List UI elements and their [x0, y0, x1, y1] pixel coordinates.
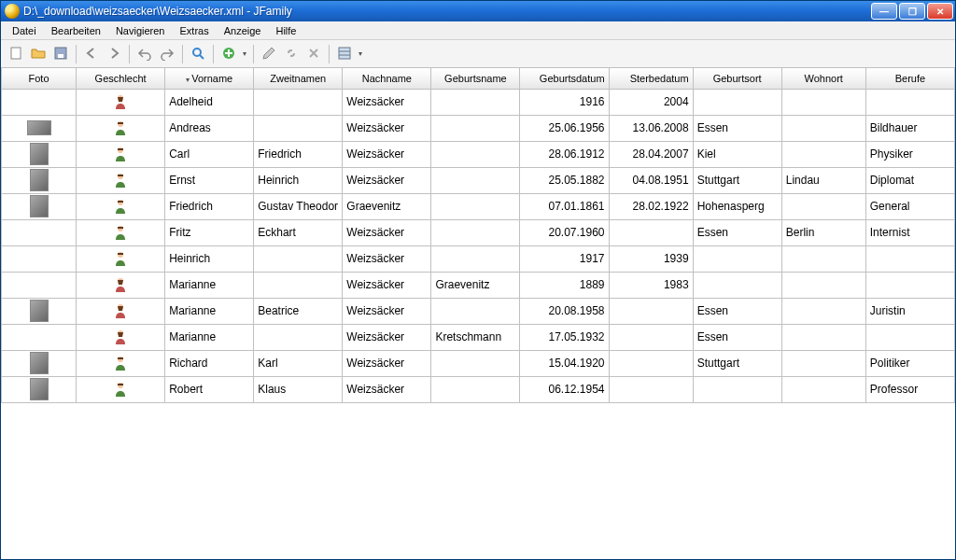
cell-vorname: Marianne	[165, 298, 254, 324]
cell-geburtsname	[431, 298, 520, 324]
view-dropdown[interactable]: ▾	[356, 49, 365, 58]
cell-geburtsname	[431, 167, 520, 193]
menu-extras[interactable]: Extras	[173, 23, 217, 38]
table-row[interactable]: CarlFriedrichWeizsäcker28.06.191228.04.2…	[2, 141, 955, 167]
photo-thumb	[30, 300, 49, 322]
toolbar-separator	[129, 45, 130, 63]
cell-sterbedatum: 13.06.2008	[609, 115, 693, 141]
col-berufe[interactable]: Berufe	[865, 68, 954, 89]
back-icon	[84, 46, 99, 63]
table-row[interactable]: RichardKarlWeizsäcker15.04.1920Stuttgart…	[2, 350, 955, 376]
table-row[interactable]: AndreasWeizsäcker25.06.195613.06.2008Ess…	[2, 115, 955, 141]
open-button[interactable]	[27, 43, 49, 65]
male-icon	[112, 381, 129, 398]
table-row[interactable]: ErnstHeinrichWeizsäcker25.05.188204.08.1…	[2, 167, 955, 193]
table-row[interactable]: FriedrichGustav TheodorGraevenitz07.01.1…	[2, 193, 955, 219]
window-buttons: — ❐ ✕	[871, 3, 953, 20]
new-file-icon	[8, 46, 23, 63]
save-button[interactable]	[49, 43, 72, 65]
menu-navigieren[interactable]: Navigieren	[108, 23, 173, 38]
cell-berufe: Physiker	[865, 141, 954, 167]
link-button[interactable]	[280, 43, 302, 65]
maximize-button[interactable]: ❐	[899, 3, 925, 20]
col-foto[interactable]: Foto	[2, 68, 77, 89]
table-row[interactable]: MarianneBeatriceWeizsäcker20.08.1958Esse…	[2, 298, 955, 324]
photo-thumb	[27, 120, 51, 135]
svg-rect-0	[11, 48, 21, 59]
menu-datei[interactable]: Datei	[5, 23, 44, 38]
col-sterbedatum[interactable]: Sterbedatum	[609, 68, 693, 89]
table-row[interactable]: RobertKlausWeizsäcker06.12.1954Professor	[2, 376, 955, 402]
male-icon	[112, 146, 129, 162]
col-geburtsort[interactable]: Geburtsort	[693, 68, 781, 89]
undo-icon	[137, 46, 152, 63]
cell-nachname: Weizsäcker	[343, 167, 431, 193]
forward-button[interactable]	[103, 43, 125, 65]
table-row[interactable]: AdelheidWeizsäcker19162004	[2, 89, 955, 115]
table-row[interactable]: HeinrichWeizsäcker19171939	[2, 245, 955, 272]
toolbar-separator	[213, 45, 214, 63]
male-icon	[112, 119, 129, 136]
cell-geschlecht	[77, 298, 165, 324]
edit-button[interactable]	[258, 43, 280, 65]
minimize-button[interactable]: —	[871, 3, 897, 20]
cell-foto	[2, 245, 77, 272]
view-button[interactable]	[333, 43, 356, 65]
close-button[interactable]: ✕	[927, 3, 953, 20]
cell-zweitnamen: Friedrich	[254, 141, 343, 167]
table-row[interactable]: MarianneWeizsäckerGraevenitz18891983	[2, 272, 955, 298]
photo-thumb	[30, 378, 49, 400]
menu-bearbeiten[interactable]: Bearbeiten	[44, 23, 108, 38]
col-vorname[interactable]: ▾Vorname	[165, 68, 254, 89]
back-button[interactable]	[80, 43, 103, 65]
new-button[interactable]	[5, 43, 27, 65]
female-icon	[112, 302, 129, 319]
cell-geburtsdatum: 25.05.1882	[520, 167, 609, 193]
search-button[interactable]	[187, 43, 209, 65]
person-table: Foto Geschlecht ▾Vorname Zweitnamen Nach…	[1, 68, 955, 403]
cell-zweitnamen: Karl	[254, 350, 343, 376]
table-row[interactable]: FritzEckhartWeizsäcker20.07.1960EssenBer…	[2, 219, 955, 245]
table-row[interactable]: MarianneWeizsäckerKretschmann17.05.1932E…	[2, 324, 955, 350]
redo-button[interactable]	[156, 43, 178, 65]
cell-sterbedatum: 1983	[609, 272, 693, 298]
cell-zweitnamen: Gustav Theodor	[254, 193, 343, 219]
col-geburtsdatum[interactable]: Geburtsdatum	[520, 68, 609, 89]
cell-wohnort	[781, 115, 865, 141]
cell-berufe: Internist	[865, 219, 954, 245]
col-geschlecht[interactable]: Geschlecht	[77, 68, 165, 89]
cell-berufe: General	[865, 193, 954, 219]
cell-nachname: Weizsäcker	[343, 141, 431, 167]
undo-button[interactable]	[134, 43, 156, 65]
col-geburtsname[interactable]: Geburtsname	[431, 68, 520, 89]
cell-geburtsname: Graevenitz	[431, 272, 520, 298]
delete-button[interactable]	[302, 43, 325, 65]
add-button[interactable]	[218, 43, 240, 65]
menubar: Datei Bearbeiten Navigieren Extras Anzei…	[1, 21, 955, 40]
toolbar-separator	[329, 45, 330, 63]
add-dropdown[interactable]: ▾	[240, 49, 249, 58]
cell-wohnort	[781, 245, 865, 272]
cell-geburtsort: Essen	[693, 324, 781, 350]
open-folder-icon	[31, 46, 46, 63]
table-container[interactable]: Foto Geschlecht ▾Vorname Zweitnamen Nach…	[1, 68, 955, 559]
search-icon	[190, 46, 205, 63]
male-icon	[112, 250, 129, 267]
table-header-row: Foto Geschlecht ▾Vorname Zweitnamen Nach…	[2, 68, 955, 89]
cell-sterbedatum: 04.08.1951	[609, 167, 693, 193]
menu-hilfe[interactable]: Hilfe	[268, 23, 303, 38]
toolbar-separator	[182, 45, 183, 63]
chevron-down-icon: ▾	[358, 49, 362, 58]
col-nachname[interactable]: Nachname	[343, 68, 431, 89]
menu-anzeige[interactable]: Anzeige	[217, 23, 269, 38]
cell-nachname: Weizsäcker	[343, 298, 431, 324]
cell-vorname: Adelheid	[165, 89, 254, 115]
col-wohnort[interactable]: Wohnort	[781, 68, 865, 89]
app-window: D:\_download\weizsaecker\Weizsaecker.xml…	[0, 0, 956, 560]
photo-thumb	[30, 143, 49, 165]
cell-foto	[2, 298, 77, 324]
col-zweitnamen[interactable]: Zweitnamen	[254, 68, 343, 89]
cell-foto	[2, 193, 77, 219]
cell-wohnort: Berlin	[781, 219, 865, 245]
cell-geschlecht	[77, 376, 165, 402]
